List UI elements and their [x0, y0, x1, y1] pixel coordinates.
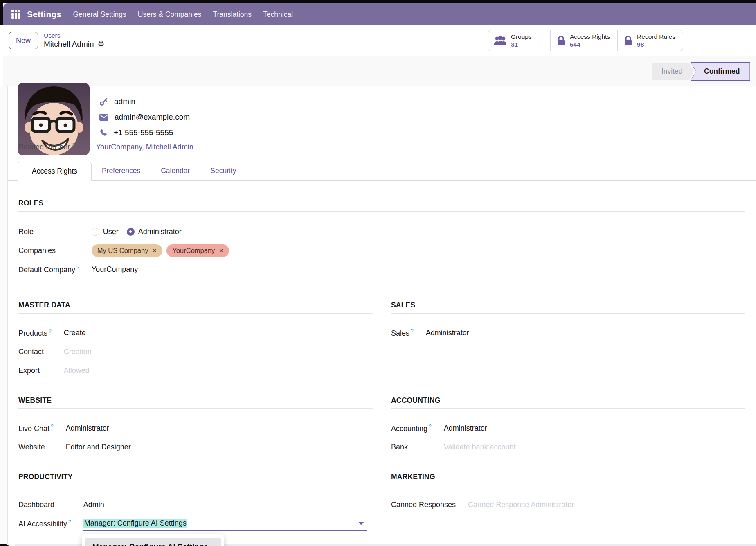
- new-button[interactable]: New: [9, 32, 38, 49]
- default-company-value[interactable]: YourCompany: [92, 260, 229, 279]
- statusbar: Invited Confirmed: [652, 62, 750, 81]
- help-icon: ?: [429, 424, 432, 429]
- chevron-down-icon[interactable]: [358, 522, 364, 525]
- section-divider: [18, 485, 373, 485]
- breadcrumb-users-link[interactable]: Users: [44, 32, 105, 39]
- record-rules-stat-button[interactable]: Record Rules 98: [617, 30, 683, 51]
- contact-row: Contact Creation: [18, 342, 92, 361]
- help-icon: ?: [411, 328, 414, 334]
- section-heading: ROLES: [18, 199, 745, 208]
- website-value[interactable]: Editor and Designer: [66, 438, 131, 456]
- dashboard-row: Dashboard Admin: [18, 495, 367, 514]
- menu-translations[interactable]: Translations: [213, 10, 252, 19]
- tab-access-rights[interactable]: Access Rights: [18, 162, 92, 181]
- section-heading: SALES: [391, 301, 745, 309]
- form-sheet: admin admin@example.com +1 555-555-5555: [7, 86, 756, 544]
- companies-row: Companies My US Company ✕ YourCompany ✕: [18, 241, 229, 260]
- radio-unselected-icon[interactable]: [92, 228, 99, 236]
- tab-preferences[interactable]: Preferences: [92, 161, 151, 180]
- app-name[interactable]: Settings: [27, 9, 61, 19]
- status-step-invited[interactable]: Invited: [652, 63, 694, 80]
- ai-accessibility-combobox[interactable]: Manager: Configure AI Settings Manager: …: [83, 516, 367, 531]
- accounting-value[interactable]: Administrator: [444, 419, 516, 438]
- record-title: Mitchell Admin: [44, 40, 94, 49]
- ai-accessibility-label: AI Accessibility?: [18, 514, 83, 533]
- canned-responses-row: Canned Responses Canned Response Adminis…: [391, 495, 574, 514]
- access-rights-stat-button[interactable]: Access Rights 544: [550, 30, 617, 51]
- access-rights-stat-value: 544: [570, 41, 610, 48]
- settings-user-form-page: Settings General Settings Users & Compan…: [0, 0, 756, 546]
- remove-tag-icon[interactable]: ✕: [219, 248, 223, 254]
- help-icon: ?: [71, 142, 74, 148]
- help-icon: ?: [51, 424, 54, 429]
- section-heading: PRODUCTIVITY: [18, 473, 373, 481]
- related-partner-link[interactable]: YourCompany, Mitchell Admin: [96, 143, 194, 151]
- section-heading: ACCOUNTING: [391, 396, 745, 405]
- products-value[interactable]: Create: [64, 323, 92, 342]
- status-step-confirmed-label: Confirmed: [691, 63, 750, 80]
- related-partner-label: Related Partner?: [18, 142, 74, 151]
- sheet-left-gutter: [0, 86, 7, 544]
- status-step-confirmed[interactable]: Confirmed: [691, 62, 751, 81]
- sales-value[interactable]: Administrator: [426, 323, 469, 342]
- contact-value[interactable]: Creation: [64, 342, 92, 361]
- login-line: admin: [99, 94, 190, 109]
- ai-accessibility-dropdown: Manager: Configure AI Settings: [82, 534, 224, 546]
- control-panel: New Users Mitchell Admin ⚙ Gro: [3, 25, 756, 56]
- section-accounting: ACCOUNTING Accounting? Administrator Ban…: [391, 396, 745, 456]
- ai-accessibility-value-selected-text[interactable]: Manager: Configure AI Settings: [83, 519, 187, 528]
- help-icon: ?: [76, 265, 79, 271]
- canned-responses-value[interactable]: Canned Response Administrator: [468, 495, 574, 514]
- login-value[interactable]: admin: [114, 97, 135, 106]
- company-tag[interactable]: YourCompany ✕: [166, 244, 229, 257]
- default-company-row: Default Company? YourCompany: [18, 260, 229, 279]
- bank-row: Bank Validate bank account: [391, 438, 516, 456]
- menu-users-companies[interactable]: Users & Companies: [138, 10, 202, 19]
- role-option-administrator[interactable]: Administrator: [127, 228, 182, 236]
- email-value[interactable]: admin@example.com: [115, 113, 190, 122]
- apps-menu-icon[interactable]: [11, 10, 20, 19]
- stat-button-group: Groups 31 Access Rights 544 Record Rul: [488, 30, 683, 52]
- role-option-user[interactable]: User: [92, 228, 119, 236]
- lock-icon: [623, 35, 633, 46]
- key-icon: [99, 97, 108, 106]
- dropdown-option-manager-configure-ai-settings[interactable]: Manager: Configure AI Settings: [85, 538, 221, 546]
- role-radio-group: User Administrator: [92, 228, 229, 236]
- export-row: Export Allowed: [18, 361, 92, 380]
- remove-tag-icon[interactable]: ✕: [152, 248, 157, 254]
- export-value[interactable]: Allowed: [64, 361, 92, 380]
- contact-label: Contact: [18, 342, 64, 361]
- section-divider: [391, 313, 745, 314]
- section-website: WEBSITE Live Chat? Administrator Website…: [18, 396, 373, 456]
- sales-label: Sales?: [391, 323, 426, 342]
- export-label: Export: [18, 361, 64, 380]
- gear-icon[interactable]: ⚙: [98, 40, 105, 49]
- record-rules-stat-value: 98: [637, 41, 675, 48]
- role-label: Role: [18, 222, 92, 241]
- live-chat-value[interactable]: Administrator: [66, 419, 131, 438]
- products-label: Products?: [18, 323, 64, 342]
- groups-stat-button[interactable]: Groups 31: [488, 30, 550, 51]
- menu-technical[interactable]: Technical: [263, 10, 293, 19]
- tab-security[interactable]: Security: [200, 161, 246, 180]
- sales-row: Sales? Administrator: [391, 323, 469, 342]
- section-heading: MARKETING: [391, 473, 745, 481]
- window-edge-left: [0, 0, 3, 25]
- envelope-icon: [99, 114, 108, 121]
- access-rights-stat-label: Access Rights: [570, 33, 610, 41]
- dashboard-value[interactable]: Admin: [83, 495, 367, 514]
- company-tag[interactable]: My US Company ✕: [92, 244, 163, 257]
- website-row: Website Editor and Designer: [18, 438, 131, 456]
- phone-value[interactable]: +1 555-555-5555: [114, 128, 173, 137]
- notebook-tabs: Access Rights Preferences Calendar Secur…: [8, 161, 756, 181]
- email-line: admin@example.com: [99, 109, 190, 125]
- section-sales: SALES Sales? Administrator: [391, 301, 745, 380]
- radio-selected-icon[interactable]: [127, 228, 135, 236]
- menu-general-settings[interactable]: General Settings: [73, 10, 126, 19]
- groups-stat-label: Groups: [511, 33, 532, 41]
- help-icon: ?: [68, 519, 71, 525]
- tab-calendar[interactable]: Calendar: [151, 161, 200, 180]
- section-productivity: PRODUCTIVITY Dashboard Admin AI Accessib…: [18, 473, 373, 533]
- help-icon: ?: [49, 328, 52, 334]
- bank-value[interactable]: Validate bank account: [444, 438, 516, 456]
